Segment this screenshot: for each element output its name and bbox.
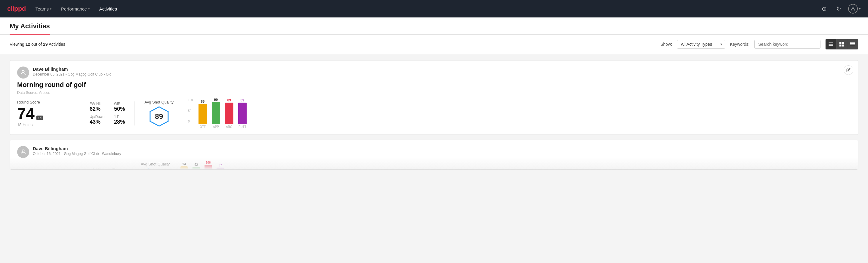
gir-stat: GIR 50% 1 Putt 28% bbox=[114, 102, 125, 125]
page-title: My Activities bbox=[10, 22, 50, 35]
card-header-2: Dave Billingham October 16, 2021 - Gog M… bbox=[17, 146, 851, 158]
navbar: clippd Teams ▾ Performance ▾ Activities … bbox=[0, 0, 868, 18]
hexagon: 89 bbox=[148, 106, 170, 127]
bar-putt-rect bbox=[238, 103, 247, 124]
svg-rect-9 bbox=[850, 43, 855, 44]
user-name-2: Dave Billingham bbox=[33, 146, 121, 151]
y-label-100: 100 bbox=[188, 98, 193, 102]
bar-arg-value: 89 bbox=[227, 98, 231, 102]
y-label-0: 0 bbox=[188, 120, 193, 123]
sub-stats-section: FW Hit 62% Up/Down 43% GIR 50% 1 Putt 28… bbox=[83, 102, 132, 125]
nav-item-teams[interactable]: Teams ▾ bbox=[35, 6, 52, 11]
score-number: 74 bbox=[17, 106, 35, 121]
nav-item-activities[interactable]: Activities bbox=[99, 6, 117, 11]
grid-view-button[interactable] bbox=[836, 39, 847, 49]
shot-quality-left: Avg Shot Quality 89 bbox=[144, 100, 174, 127]
avg-shot-quality-label: Avg Shot Quality bbox=[144, 100, 174, 105]
fade-overlay bbox=[10, 157, 858, 169]
up-down-label: Up/Down bbox=[90, 115, 104, 119]
svg-rect-7 bbox=[842, 45, 844, 47]
nav-item-performance[interactable]: Performance ▾ bbox=[61, 6, 90, 11]
user-date: December 05, 2021 - Gog Magog Golf Club … bbox=[33, 72, 111, 77]
bar-ott-rect bbox=[198, 104, 207, 124]
navbar-left: clippd Teams ▾ Performance ▾ Activities bbox=[7, 5, 117, 12]
bar-putt-value: 89 bbox=[241, 98, 244, 102]
chart-container: 100 50 0 85 OTT 90 bbox=[181, 98, 254, 128]
hexagon-container: 89 bbox=[144, 106, 174, 127]
navbar-right: ⊕ ↻ ▾ bbox=[819, 4, 861, 13]
main-content: Dave Billingham December 05, 2021 - Gog … bbox=[0, 54, 868, 180]
bar-putt-label: PUTT bbox=[239, 125, 246, 128]
gir-value: 50% bbox=[114, 106, 125, 112]
bar-arg-rect bbox=[225, 103, 234, 124]
keywords-label: Keywords: bbox=[730, 42, 749, 47]
user-avatar bbox=[17, 66, 29, 79]
viewing-suffix: Activities bbox=[49, 42, 65, 47]
list-view-button[interactable] bbox=[826, 39, 836, 49]
svg-point-14 bbox=[22, 150, 24, 152]
y-label-50: 50 bbox=[188, 109, 193, 113]
card-content-wrapper: Round Score 74 +4 18 Holes FW Hit 62% Up… bbox=[17, 98, 851, 128]
filters-bar: Viewing 12 out of 29 Activities Show: Al… bbox=[0, 35, 868, 54]
viewing-prefix: Viewing bbox=[10, 42, 24, 47]
shot-quality-section: Avg Shot Quality 89 100 bbox=[137, 98, 261, 128]
data-source: Data Source: Arccos bbox=[17, 91, 851, 95]
user-avatar-2 bbox=[17, 146, 29, 158]
viewing-current: 12 bbox=[26, 42, 30, 47]
svg-rect-6 bbox=[839, 45, 841, 47]
user-name: Dave Billingham bbox=[33, 66, 111, 71]
user-date-2: October 16, 2021 - Gog Magog Golf Club -… bbox=[33, 152, 121, 156]
activity-type-select[interactable]: All Activity Types bbox=[677, 40, 725, 49]
score-badge: +4 bbox=[36, 116, 43, 120]
card-header: Dave Billingham December 05, 2021 - Gog … bbox=[17, 66, 851, 79]
activity-title: Morning round of golf bbox=[17, 81, 851, 89]
holes-value: 18 Holes bbox=[17, 122, 77, 127]
fw-hit-value: 62% bbox=[90, 106, 104, 112]
score-value: 74 +4 bbox=[17, 106, 77, 121]
activity-card: Dave Billingham December 05, 2021 - Gog … bbox=[10, 60, 858, 135]
gir-label: GIR bbox=[114, 102, 125, 106]
user-menu-button[interactable]: ▾ bbox=[848, 4, 861, 13]
svg-rect-4 bbox=[839, 42, 841, 44]
one-putt-label: 1 Putt bbox=[114, 115, 125, 119]
viewing-mid: out of bbox=[31, 42, 43, 47]
user-info: Dave Billingham December 05, 2021 - Gog … bbox=[33, 66, 111, 77]
svg-rect-8 bbox=[850, 42, 855, 43]
fw-hit-label: FW Hit bbox=[90, 102, 104, 106]
nav-activities-label: Activities bbox=[99, 6, 117, 11]
show-label: Show: bbox=[660, 42, 672, 47]
svg-rect-10 bbox=[850, 45, 855, 45]
edit-button[interactable] bbox=[844, 65, 853, 75]
hex-value: 89 bbox=[155, 112, 163, 121]
bar-ott: 85 OTT bbox=[198, 99, 207, 128]
svg-point-12 bbox=[22, 70, 24, 72]
bar-arg: 89 ARG bbox=[225, 98, 234, 128]
bar-app-value: 90 bbox=[214, 98, 218, 101]
bar-arg-label: ARG bbox=[226, 125, 232, 128]
add-button[interactable]: ⊕ bbox=[819, 4, 829, 13]
chevron-down-icon: ▾ bbox=[50, 7, 52, 10]
svg-point-0 bbox=[852, 7, 854, 9]
svg-rect-2 bbox=[829, 44, 833, 45]
compact-view-button[interactable] bbox=[847, 39, 858, 49]
divider2 bbox=[134, 101, 135, 125]
fw-hit-stat: FW Hit 62% Up/Down 43% bbox=[90, 102, 104, 125]
bar-app-rect bbox=[212, 102, 220, 124]
bar-ott-label: OTT bbox=[200, 125, 206, 128]
user-info-2: Dave Billingham October 16, 2021 - Gog M… bbox=[33, 146, 121, 156]
up-down-value: 43% bbox=[90, 119, 104, 125]
avatar bbox=[848, 4, 858, 13]
svg-rect-11 bbox=[850, 46, 855, 46]
one-putt-value: 28% bbox=[114, 119, 125, 125]
activity-card-2: Dave Billingham October 16, 2021 - Gog M… bbox=[10, 140, 858, 170]
svg-rect-3 bbox=[829, 46, 833, 46]
keyword-input[interactable] bbox=[754, 40, 820, 49]
bar-app-label: APP bbox=[213, 125, 219, 128]
round-score-section: Round Score 74 +4 18 Holes bbox=[17, 100, 77, 127]
bar-putt: 89 PUTT bbox=[238, 98, 247, 128]
logo[interactable]: clippd bbox=[7, 5, 26, 12]
page-header: My Activities bbox=[0, 18, 868, 35]
refresh-button[interactable]: ↻ bbox=[834, 4, 843, 13]
bar-ott-value: 85 bbox=[201, 99, 205, 103]
bar-app: 90 APP bbox=[212, 98, 220, 128]
